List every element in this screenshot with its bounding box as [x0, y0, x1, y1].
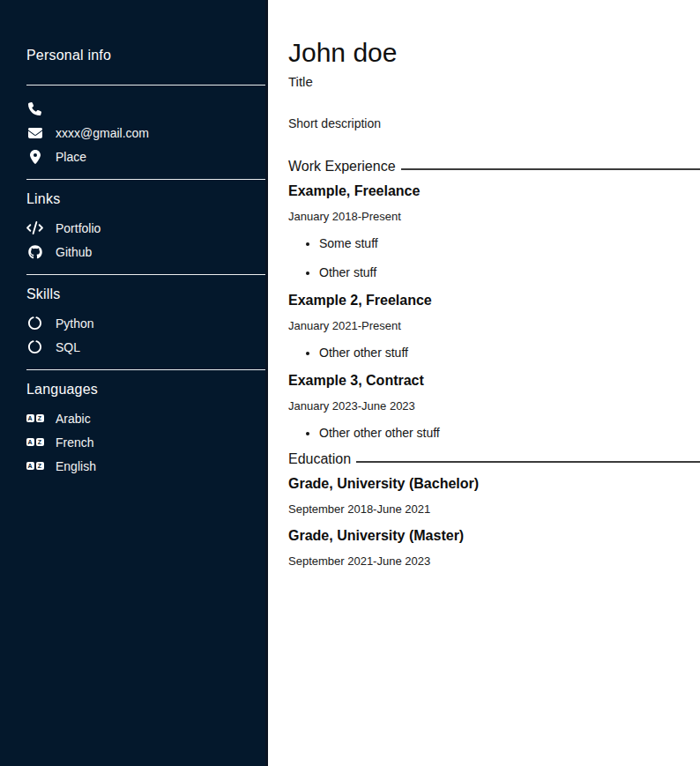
sidebar-section-title-links: Links [26, 191, 265, 207]
phone-icon [26, 102, 43, 115]
resume-page: Personal info xxxx@gmail.com Place [0, 0, 700, 766]
sidebar-item-email[interactable]: xxxx@gmail.com [26, 121, 265, 145]
divider [26, 369, 265, 370]
sidebar-section-title-languages: Languages [26, 382, 265, 398]
languages-items: AZ Arabic AZ French AZ English [26, 406, 265, 478]
sidebar-item-github[interactable]: Github [26, 240, 265, 264]
sidebar-item-language-english: AZ English [26, 454, 265, 478]
language-icon: AZ [26, 462, 43, 470]
divider [26, 274, 265, 275]
github-label: Github [56, 245, 92, 259]
github-icon [26, 245, 43, 259]
entry-title: Example 3, Contract [288, 373, 700, 389]
links-items: Portfolio Github [26, 216, 265, 264]
circle-notch-icon [26, 316, 43, 330]
skills-items: Python SQL [26, 311, 265, 359]
email-label: xxxx@gmail.com [56, 126, 149, 140]
entry-title: Example 2, Freelance [288, 293, 700, 309]
sidebar-item-language-french: AZ French [26, 430, 265, 454]
language-icon: AZ [26, 438, 43, 446]
code-icon [26, 221, 43, 234]
language-label: Arabic [56, 412, 91, 426]
bullet-item: Other stuff [319, 265, 700, 280]
language-icon-letter-a: A [26, 462, 34, 470]
place-label: Place [56, 150, 86, 164]
entry-title: Example, Freelance [288, 183, 700, 199]
person-title: Title [288, 74, 700, 89]
main-content: John doe Title Short description Work Ex… [268, 0, 700, 766]
language-icon: AZ [26, 414, 43, 422]
entry-bullets: Some stuff Other stuff [288, 236, 700, 280]
entry-date: January 2021-Present [288, 319, 700, 332]
section-rule [401, 159, 700, 170]
location-pin-icon [26, 150, 43, 164]
language-icon-letter-a: A [26, 414, 34, 422]
section-rule [356, 451, 700, 463]
section-heading-education: Education [288, 451, 700, 467]
bullet-item: Other other stuff [319, 346, 700, 361]
section-heading-label: Education [288, 451, 351, 467]
entry-date: September 2021-June 2023 [288, 554, 700, 568]
skill-label: Python [56, 316, 94, 331]
portfolio-label: Portfolio [56, 221, 101, 235]
entry-bullets: Other other other stuff [288, 426, 700, 441]
language-icon-letter-a: A [26, 438, 34, 446]
sidebar-item-portfolio[interactable]: Portfolio [26, 216, 265, 240]
sidebar-section-title-personal-info: Personal info [26, 48, 265, 63]
language-icon-letter-z: Z [36, 438, 44, 446]
entry-bullets: Other other stuff [288, 346, 700, 361]
entry-date: September 2018-June 2021 [288, 502, 700, 516]
language-icon-letter-z: Z [36, 462, 44, 470]
entry-date: January 2018-Present [288, 210, 700, 223]
language-label: English [56, 459, 96, 473]
divider [26, 179, 265, 180]
personal-info-items: xxxx@gmail.com Place [26, 97, 265, 168]
entry-title: Grade, University (Master) [288, 528, 700, 544]
sidebar-section-title-skills: Skills [26, 286, 265, 302]
sidebar: Personal info xxxx@gmail.com Place [0, 0, 268, 766]
divider [26, 85, 265, 86]
bullet-item: Other other other stuff [319, 426, 700, 441]
sidebar-item-skill-sql: SQL [26, 335, 265, 359]
circle-notch-icon [26, 340, 43, 353]
sidebar-item-phone [26, 97, 265, 121]
short-description: Short description [288, 116, 700, 130]
sidebar-item-language-arabic: AZ Arabic [26, 406, 265, 430]
language-icon-letter-z: Z [36, 414, 44, 422]
sidebar-item-place: Place [26, 145, 265, 168]
skill-label: SQL [56, 340, 80, 354]
envelope-icon [26, 126, 43, 140]
sidebar-item-skill-python: Python [26, 311, 265, 335]
person-name: John doe [288, 38, 700, 68]
bullet-item: Some stuff [319, 236, 700, 251]
entry-title: Grade, University (Bachelor) [288, 476, 700, 492]
entry-date: January 2023-June 2023 [288, 399, 700, 413]
section-heading-work-experience: Work Experience [288, 159, 700, 175]
language-label: French [56, 435, 94, 450]
section-heading-label: Work Experience [288, 159, 396, 175]
